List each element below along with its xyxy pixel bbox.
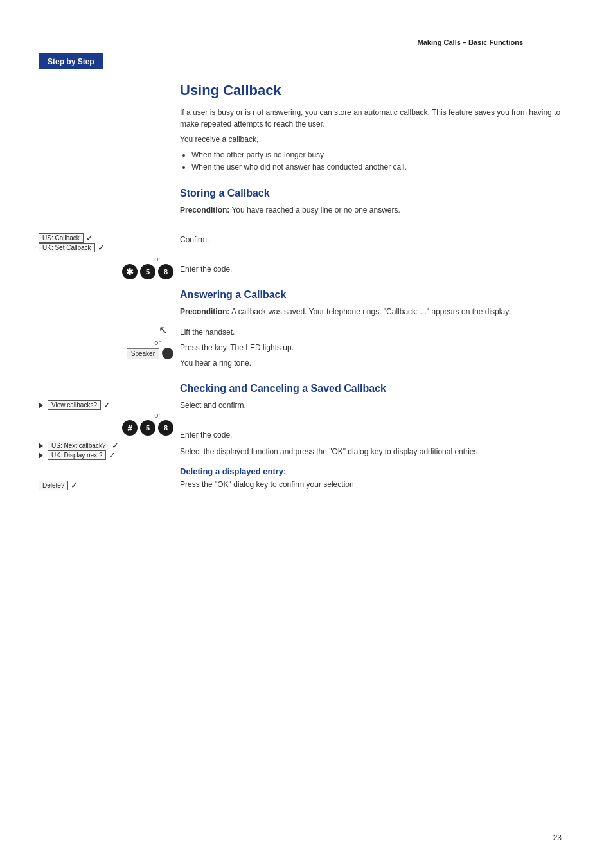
select-confirm-text: Select and confirm. <box>180 400 574 411</box>
press-ok-text: Press the "OK" dialog key to confirm you… <box>180 479 574 490</box>
view-callbacks-key: View callbacks? <box>48 400 101 410</box>
or-label-3: or <box>39 411 161 419</box>
intro-bullets: When the other party is no longer busy W… <box>191 149 574 173</box>
bullet-2: When the user who did not answer has con… <box>191 161 574 173</box>
left-column: US: Callback ✓ UK: Set Callback ✓ or ✱ 5… <box>39 76 180 494</box>
view-callbacks-row: View callbacks? ✓ <box>39 400 173 410</box>
step-by-step-label: Step by Step <box>48 57 94 66</box>
triangle-icon-3 <box>39 452 43 459</box>
five-button-2: 5 <box>140 420 155 436</box>
or-label-2: or <box>39 339 161 346</box>
lift-handset-icon: ↗ <box>159 323 168 337</box>
precondition-label: Precondition: <box>180 206 229 215</box>
uk-display-check: ✓ <box>109 450 116 460</box>
speaker-key: Speaker <box>127 348 159 359</box>
answering-precondition-text: A callback was saved. Your telephone rin… <box>229 307 510 316</box>
delete-check: ✓ <box>71 481 78 490</box>
us-next-callback-row: US: Next callback? ✓ <box>39 441 173 450</box>
delete-key: Delete? <box>39 481 68 490</box>
uk-display-next-row: UK: Display next? ✓ <box>39 450 173 460</box>
next-callback-keys-group: US: Next callback? ✓ UK: Display next? ✓ <box>39 441 173 460</box>
page-header: Making Calls – Basic Functions <box>39 0 574 53</box>
storing-precondition-text: You have reached a busy line or no one a… <box>229 206 400 215</box>
enter-code-text-2: Enter the code. <box>180 429 574 441</box>
ring-tone-text: You hear a ring tone. <box>180 357 574 369</box>
intro-para2: You receive a callback, <box>180 134 574 145</box>
answering-title: Answering a Callback <box>180 289 574 301</box>
press-key-text: Press the key. The LED lights up. <box>180 342 574 353</box>
or-label-1: or <box>39 255 161 263</box>
triangle-icon-2 <box>39 443 43 449</box>
us-callback-key: US: Callback <box>39 233 84 243</box>
right-column: Using Callback If a user is busy or is n… <box>180 76 574 494</box>
deleting-subsection-title: Deleting a displayed entry: <box>180 466 574 476</box>
delete-row: Delete? ✓ <box>39 481 173 490</box>
view-callbacks-check: ✓ <box>103 400 111 410</box>
led-indicator <box>162 348 173 359</box>
page-number: 23 <box>553 833 562 842</box>
answering-precondition: Precondition: A callback was saved. Your… <box>180 306 574 317</box>
main-title: Using Callback <box>180 82 574 99</box>
storing-precondition: Precondition: You have reached a busy li… <box>180 204 574 216</box>
uk-display-next-key: UK: Display next? <box>48 450 106 460</box>
uk-set-callback-row: UK: Set Callback ✓ <box>39 243 173 252</box>
five-button: 5 <box>140 264 155 279</box>
hash-button: # <box>122 420 138 436</box>
header-title: Making Calls – Basic Functions <box>418 39 523 46</box>
intro-para1: If a user is busy or is not answering, y… <box>180 107 574 130</box>
bullet-1: When the other party is no longer busy <box>191 149 574 161</box>
answering-precondition-label: Precondition: <box>180 307 229 316</box>
checking-title: Checking and Canceling a Saved Callback <box>180 383 574 394</box>
eight-button-2: 8 <box>158 420 173 436</box>
triangle-icon-1 <box>39 402 43 409</box>
storing-title: Storing a Callback <box>180 188 574 199</box>
uk-set-callback-check: ✓ <box>98 243 105 252</box>
select-function-text: Select the displayed function and press … <box>180 446 574 457</box>
uk-set-callback-key: UK: Set Callback <box>39 243 95 252</box>
us-next-callback-key: US: Next callback? <box>48 441 109 450</box>
lift-handset-text: Lift the handset. <box>180 326 574 338</box>
enter-code-text-1: Enter the code. <box>180 263 574 275</box>
eight-button-1: 8 <box>158 264 173 279</box>
us-callback-check: ✓ <box>86 233 93 243</box>
confirm-text: Confirm. <box>180 234 574 245</box>
us-callback-row: US: Callback ✓ <box>39 233 173 243</box>
star-button: ✱ <box>122 264 138 279</box>
callback-keys-group: US: Callback ✓ UK: Set Callback ✓ <box>39 233 173 252</box>
us-next-check: ✓ <box>112 441 119 450</box>
